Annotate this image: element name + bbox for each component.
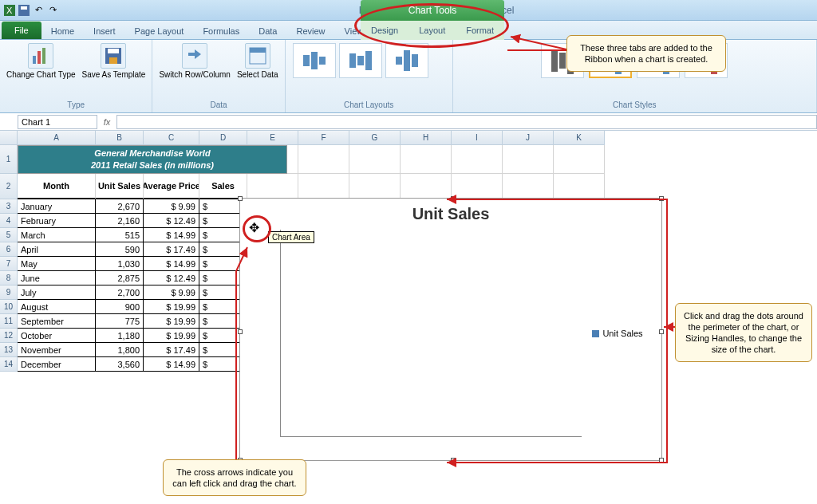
tab-review[interactable]: Review (286, 23, 334, 39)
chart-legend[interactable]: Unit Sales (582, 230, 653, 437)
row-header[interactable]: 8 (0, 271, 18, 285)
cell[interactable]: November (18, 343, 96, 357)
row-header[interactable]: 10 (0, 300, 18, 314)
chart-layout-thumb[interactable] (385, 43, 428, 78)
sizing-handle[interactable] (238, 329, 243, 334)
cell[interactable]: March (18, 228, 96, 242)
tab-formulas[interactable]: Formulas (193, 23, 249, 39)
row-header[interactable]: 4 (0, 214, 18, 228)
select-data-button[interactable]: Select Data (237, 43, 278, 79)
cell[interactable]: $ 14.99 (144, 228, 199, 242)
row-header[interactable]: 6 (0, 242, 18, 257)
table-header-cell[interactable]: Month (18, 174, 96, 199)
cell[interactable]: June (18, 271, 96, 285)
svg-rect-6 (42, 48, 45, 64)
column-header[interactable]: G (349, 131, 401, 145)
tab-data[interactable]: Data (249, 23, 286, 39)
cell[interactable]: September (18, 314, 96, 329)
cell[interactable]: May (18, 257, 96, 271)
select-all-corner[interactable] (0, 131, 18, 145)
cell[interactable]: $ 12.49 (144, 271, 199, 285)
quick-access-toolbar: X ↶ ↷ (3, 4, 59, 17)
formula-bar[interactable] (116, 115, 817, 129)
column-header[interactable]: D (199, 131, 247, 145)
fx-icon[interactable]: fx (97, 117, 116, 127)
column-header[interactable]: C (144, 131, 199, 145)
sizing-handle[interactable] (238, 196, 243, 201)
cell[interactable]: $ 19.99 (144, 300, 199, 314)
tab-design[interactable]: Design (365, 24, 405, 37)
excel-icon[interactable]: X (3, 4, 16, 17)
row-header[interactable]: 3 (0, 199, 18, 214)
column-header[interactable]: B (96, 131, 144, 145)
sizing-handle[interactable] (659, 196, 664, 201)
tab-layout[interactable]: Layout (412, 24, 452, 37)
cell[interactable]: $ 9.99 (144, 285, 199, 300)
table-header-cell[interactable]: Unit Sales (96, 174, 144, 199)
column-header[interactable]: J (503, 131, 554, 145)
table-header-cell[interactable]: Average Price (144, 174, 199, 199)
cell[interactable]: August (18, 300, 96, 314)
cell[interactable]: $ 17.49 (144, 242, 199, 257)
cell[interactable]: 590 (96, 242, 144, 257)
cell[interactable]: $ 19.99 (144, 314, 199, 329)
cell[interactable]: 3,560 (96, 357, 144, 372)
column-header[interactable]: A (18, 131, 96, 145)
change-chart-type-button[interactable]: Change Chart Type (6, 43, 76, 79)
column-header[interactable]: F (298, 131, 349, 145)
row-header[interactable]: 5 (0, 228, 18, 242)
row-header[interactable]: 13 (0, 343, 18, 357)
cell[interactable]: October (18, 329, 96, 343)
switch-row-column-button[interactable]: Switch Row/Column (159, 43, 230, 79)
row-header[interactable]: 9 (0, 285, 18, 300)
cell[interactable]: April (18, 242, 96, 257)
row-header[interactable]: 14 (0, 357, 18, 372)
cell[interactable]: $ 12.49 (144, 214, 199, 228)
chart-layout-thumb[interactable] (293, 43, 336, 78)
cell[interactable]: 775 (96, 314, 144, 329)
cell[interactable]: July (18, 285, 96, 300)
cell[interactable]: 1,030 (96, 257, 144, 271)
row-header[interactable]: 12 (0, 329, 18, 343)
cell[interactable]: 2,700 (96, 285, 144, 300)
row-header[interactable]: 11 (0, 314, 18, 329)
chart-title[interactable]: Unit Sales (240, 199, 661, 230)
chart-plot-area[interactable] (280, 230, 582, 437)
callout-move: The cross arrows indicate you can left c… (163, 459, 306, 496)
row-header[interactable]: 7 (0, 257, 18, 271)
cell[interactable]: 1,180 (96, 329, 144, 343)
column-header[interactable]: E (247, 131, 298, 145)
column-header[interactable]: H (401, 131, 452, 145)
tab-home[interactable]: Home (41, 23, 84, 39)
column-header[interactable]: I (452, 131, 503, 145)
chart-layout-thumb[interactable] (339, 43, 382, 78)
cell[interactable]: 2,670 (96, 199, 144, 214)
sizing-handle[interactable] (451, 196, 456, 201)
tab-format[interactable]: Format (460, 24, 500, 37)
cell[interactable]: February (18, 214, 96, 228)
redo-icon[interactable]: ↷ (46, 4, 59, 17)
cell[interactable]: $ 14.99 (144, 257, 199, 271)
save-as-template-button[interactable]: Save As Template (82, 43, 146, 79)
cell[interactable]: 2,160 (96, 214, 144, 228)
sizing-handle[interactable] (451, 458, 456, 463)
cell[interactable]: 900 (96, 300, 144, 314)
name-box[interactable]: Chart 1 (18, 115, 97, 129)
sizing-handle[interactable] (659, 458, 664, 463)
cell[interactable]: 2,875 (96, 271, 144, 285)
file-tab[interactable]: File (2, 22, 41, 39)
column-header[interactable]: K (554, 131, 605, 145)
cell[interactable]: 515 (96, 228, 144, 242)
sizing-handle[interactable] (659, 329, 664, 334)
save-icon[interactable] (18, 4, 30, 17)
cell[interactable]: January (18, 199, 96, 214)
cell[interactable]: 1,800 (96, 343, 144, 357)
cell[interactable]: $ 19.99 (144, 329, 199, 343)
tab-page-layout[interactable]: Page Layout (125, 23, 194, 39)
cell[interactable]: $ 17.49 (144, 343, 199, 357)
cell[interactable]: December (18, 357, 96, 372)
tab-insert[interactable]: Insert (84, 23, 125, 39)
cell[interactable]: $ 9.99 (144, 199, 199, 214)
undo-icon[interactable]: ↶ (32, 4, 45, 17)
cell[interactable]: $ 14.99 (144, 357, 199, 372)
